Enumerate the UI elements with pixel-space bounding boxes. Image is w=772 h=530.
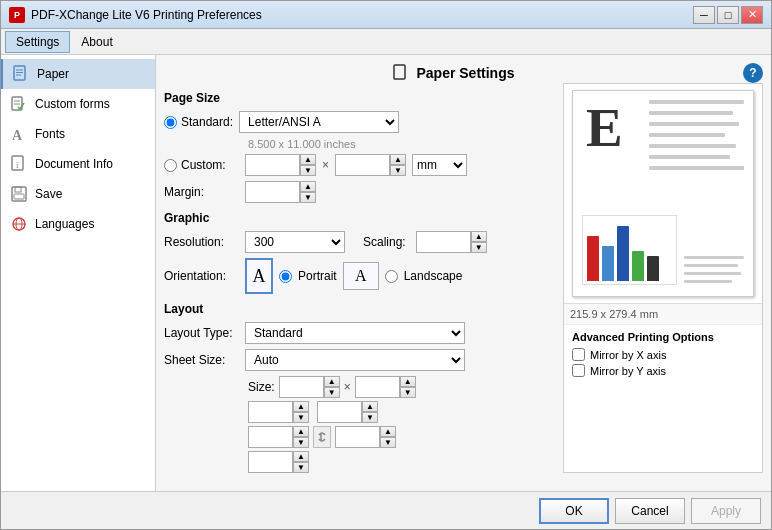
sidebar: Paper Custom forms A Fonts i Document In… (1, 55, 156, 491)
layout-type-label: Layout Type: (164, 326, 239, 340)
panel-header: Paper Settings ? (164, 63, 763, 83)
menu-bar: Settings About (1, 29, 771, 55)
close-button[interactable]: ✕ (741, 6, 763, 24)
g2-input[interactable]: 0.0 (317, 401, 362, 423)
title-bar: P PDF-XChange Lite V6 Printing Preferenc… (1, 1, 771, 29)
sheet-size-label: Sheet Size: (164, 353, 239, 367)
size-h-down[interactable]: ▼ (400, 387, 416, 398)
panel-paper-icon (392, 64, 410, 82)
custom-width-input[interactable]: 210.0 (245, 154, 300, 176)
g2-down[interactable]: ▼ (362, 412, 378, 423)
svg-rect-16 (394, 65, 405, 79)
landscape-label[interactable]: Landscape (404, 269, 463, 283)
custom-h-down[interactable]: ▼ (390, 165, 406, 176)
sidebar-item-document-info[interactable]: i Document Info (1, 149, 155, 179)
preview-line (649, 122, 739, 126)
standard-radio[interactable] (164, 116, 177, 129)
graphic-section-label: Graphic (164, 211, 553, 225)
preview-paper: E (564, 84, 762, 304)
svg-text:i: i (16, 160, 19, 170)
scaling-up[interactable]: ▲ (471, 231, 487, 242)
size-w-down[interactable]: ▼ (324, 387, 340, 398)
custom-w-down[interactable]: ▼ (300, 165, 316, 176)
mirror-y-checkbox[interactable] (572, 364, 585, 377)
resolution-select[interactable]: 30072150600 (245, 231, 345, 253)
g4-input[interactable]: 279.4 (335, 426, 380, 448)
sidebar-label-document-info: Document Info (35, 157, 113, 171)
sheet-size-row: Sheet Size: AutoLetter/ANSI AA4 (164, 349, 553, 371)
g4-up[interactable]: ▲ (380, 426, 396, 437)
layout-type-row: Layout Type: StandardBookletn-up (164, 322, 553, 344)
g1-down[interactable]: ▼ (293, 412, 309, 423)
size-h-up[interactable]: ▲ (400, 376, 416, 387)
panel-title: Paper Settings (416, 65, 514, 81)
sidebar-item-fonts[interactable]: A Fonts (1, 119, 155, 149)
size-h-input[interactable]: 297.0 (355, 376, 400, 398)
ok-button[interactable]: OK (539, 498, 609, 524)
g2-up[interactable]: ▲ (362, 401, 378, 412)
g1-input[interactable]: 0.0 (248, 401, 293, 423)
sidebar-item-languages[interactable]: Languages (1, 209, 155, 239)
mirror-x-checkbox[interactable] (572, 348, 585, 361)
g5-input[interactable]: 100.0 (248, 451, 293, 473)
custom-h-up[interactable]: ▲ (390, 154, 406, 165)
scaling-spinbox: 100 ▲▼ (416, 231, 487, 253)
preview-lines-bottom (684, 256, 744, 283)
size-w-up[interactable]: ▲ (324, 376, 340, 387)
scaling-input[interactable]: 100 (416, 231, 471, 253)
sheet-size-select[interactable]: AutoLetter/ANSI AA4 (245, 349, 465, 371)
scaling-label: Scaling: (363, 235, 406, 249)
sidebar-item-save[interactable]: Save (1, 179, 155, 209)
custom-radio[interactable] (164, 159, 177, 172)
margin-down[interactable]: ▼ (300, 192, 316, 203)
g1-up[interactable]: ▲ (293, 401, 309, 412)
main-inner: Page Size Standard: Letter/ANSI A A4A3Le… (164, 83, 763, 473)
g3-down[interactable]: ▼ (293, 437, 309, 448)
minimize-button[interactable]: ─ (693, 6, 715, 24)
g5-spinbox: 100.0 ▲▼ (248, 451, 309, 473)
preview-line (649, 144, 736, 148)
standard-select[interactable]: Letter/ANSI A A4A3Legal (239, 111, 399, 133)
sidebar-item-paper[interactable]: Paper (1, 59, 155, 89)
g5-up[interactable]: ▲ (293, 451, 309, 462)
g4-down[interactable]: ▼ (380, 437, 396, 448)
g4-spinbox: 279.4 ▲▼ (335, 426, 396, 448)
preview-line (649, 166, 744, 170)
apply-button[interactable]: Apply (691, 498, 761, 524)
portrait-radio[interactable] (279, 270, 292, 283)
margin-input[interactable]: 0.0 (245, 181, 300, 203)
custom-forms-icon (9, 94, 29, 114)
maximize-button[interactable]: □ (717, 6, 739, 24)
g5-down[interactable]: ▼ (293, 462, 309, 473)
margin-up[interactable]: ▲ (300, 181, 316, 192)
languages-icon (9, 214, 29, 234)
g1-spinbox: 0.0 ▲▼ (248, 401, 309, 423)
unit-select[interactable]: mminchescm (412, 154, 467, 176)
custom-label[interactable]: Custom: (181, 158, 239, 172)
cancel-button[interactable]: Cancel (615, 498, 685, 524)
custom-width-spinbox: 210.0 ▲▼ (245, 154, 316, 176)
mirror-y-label[interactable]: Mirror by Y axis (590, 365, 666, 377)
custom-height-input[interactable]: 297.0 (335, 154, 390, 176)
standard-radio-group: Standard: (164, 115, 233, 129)
layout-type-select[interactable]: StandardBookletn-up (245, 322, 465, 344)
margin-label: Margin: (164, 185, 239, 199)
custom-w-up[interactable]: ▲ (300, 154, 316, 165)
mirror-x-label[interactable]: Mirror by X axis (590, 349, 666, 361)
help-button[interactable]: ? (743, 63, 763, 83)
scaling-down[interactable]: ▼ (471, 242, 487, 253)
size-h-spinbox: 297.0 ▲▼ (355, 376, 416, 398)
size-w-input[interactable]: 210.0 (279, 376, 324, 398)
portrait-label[interactable]: Portrait (298, 269, 337, 283)
landscape-radio[interactable] (385, 270, 398, 283)
g3-input[interactable]: 215.9 (248, 426, 293, 448)
sidebar-label-save: Save (35, 187, 62, 201)
sidebar-item-custom-forms[interactable]: Custom forms (1, 89, 155, 119)
preview-line (684, 280, 732, 283)
preview-line (684, 256, 744, 259)
menu-about[interactable]: About (70, 31, 123, 53)
standard-label[interactable]: Standard: (181, 115, 233, 129)
orientation-options: A Portrait A Landscape (245, 258, 462, 294)
g3-up[interactable]: ▲ (293, 426, 309, 437)
menu-settings[interactable]: Settings (5, 31, 70, 53)
